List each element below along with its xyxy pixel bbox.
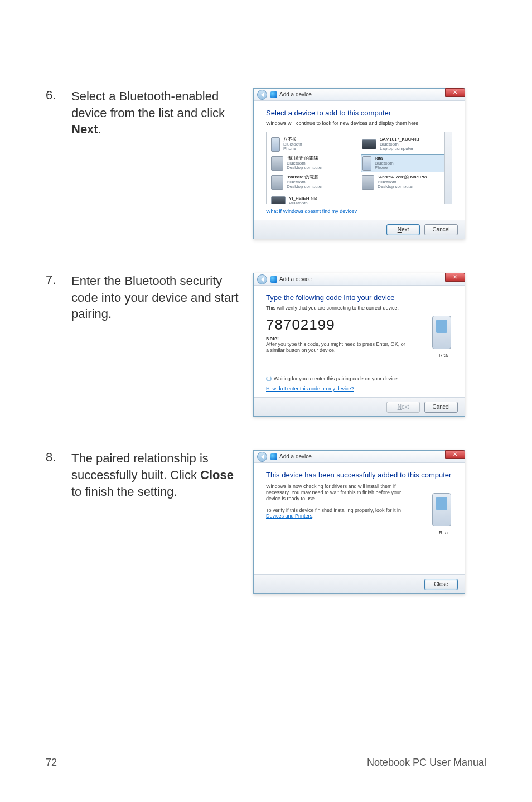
close-icon[interactable]: ✕	[445, 273, 465, 282]
note-label: Note:	[266, 336, 452, 341]
step-text: Select a Bluetooth-enabled device from t…	[71, 88, 253, 239]
desktop-icon	[362, 175, 374, 190]
device-item[interactable]: "Andrew Yeh"的 Mac ProBluetoothDesktop co…	[361, 173, 448, 191]
phone-icon	[432, 316, 451, 349]
pairing-code: 78702199	[266, 316, 452, 334]
step-text: Enter the Bluetooth security code into y…	[71, 273, 253, 417]
device-icon	[270, 91, 277, 98]
back-button[interactable]	[257, 274, 267, 284]
device-item[interactable]: "蘇 揚清"的電腦BluetoothDesktop computer	[270, 154, 357, 172]
laptop-icon	[362, 139, 376, 149]
add-device-dialog-select: ✕ Add a device Select a device to add to…	[253, 88, 465, 239]
device-item[interactable]: "barbara"的電腦BluetoothDesktop computer	[270, 173, 357, 191]
device-icon	[270, 276, 277, 283]
dialog-headline: This device has been successfully added …	[266, 471, 452, 479]
dialog-headline: Select a device to add to this computer	[266, 109, 452, 117]
help-link[interactable]: How do I enter this code on my device?	[266, 386, 354, 392]
manual-title: Notebook PC User Manual	[367, 757, 486, 769]
dialog-title: Add a device	[279, 91, 312, 98]
phone-icon	[362, 156, 371, 171]
close-icon[interactable]: ✕	[445, 88, 465, 97]
next-button: NextNext	[386, 402, 420, 413]
add-device-dialog-success: ✕ Add a device This device has been succ…	[253, 450, 465, 594]
device-list[interactable]: 八不拉BluetoothPhoneSAM1017_KUO-NBBluetooth…	[266, 132, 452, 204]
dialog-title: Add a device	[279, 276, 312, 282]
device-caption: Rita	[439, 352, 448, 358]
help-link[interactable]: What if Windows doesn't find my device?	[266, 209, 357, 214]
step-number: 8.	[46, 450, 71, 594]
close-icon[interactable]: ✕	[445, 450, 465, 459]
next-button[interactable]: NNextext	[386, 224, 420, 235]
success-text-2: To verify if this device finished instal…	[266, 508, 405, 520]
device-icon	[270, 453, 277, 460]
device-item[interactable]: SAM1017_KUO-NBBluetoothLaptop computer	[361, 136, 448, 153]
success-text-1: Windows is now checking for drivers and …	[266, 484, 405, 501]
devices-printers-link[interactable]: Devices and Printers	[266, 513, 312, 519]
back-button[interactable]	[257, 452, 267, 462]
cancel-button[interactable]: Cancel	[424, 402, 458, 413]
step-number: 7.	[46, 273, 71, 417]
step-number: 6.	[46, 88, 71, 239]
device-item[interactable]: 八不拉BluetoothPhone	[270, 136, 357, 153]
desktop-icon	[271, 175, 283, 190]
cancel-button[interactable]: Cancel	[424, 224, 458, 235]
spinner-icon	[266, 376, 272, 381]
dialog-subtext: This will verify that you are connecting…	[266, 305, 452, 311]
dialog-subtext: Windows will continue to look for new de…	[266, 120, 452, 126]
laptop-icon	[271, 196, 286, 204]
waiting-status: Waiting for you to enter this pairing co…	[266, 376, 452, 382]
close-button[interactable]: CloseClose	[424, 579, 458, 590]
desktop-icon	[271, 156, 283, 171]
step-text: The paired relationship is successfully …	[71, 450, 253, 594]
dialog-title: Add a device	[279, 453, 312, 460]
phone-icon	[271, 137, 280, 152]
page-number: 72	[46, 757, 57, 769]
add-device-dialog-code: ✕ Add a device Type the following code i…	[253, 273, 465, 417]
device-caption: Rita	[439, 530, 448, 535]
phone-icon	[432, 493, 451, 526]
device-item[interactable]: YI_HSIEH-NBBluetooth	[270, 192, 357, 204]
device-item[interactable]: RitaBluetoothPhone	[361, 154, 448, 172]
note-text: After you type this code, you might need…	[266, 341, 405, 354]
dialog-headline: Type the following code into your device	[266, 293, 452, 302]
back-button[interactable]	[257, 90, 267, 100]
